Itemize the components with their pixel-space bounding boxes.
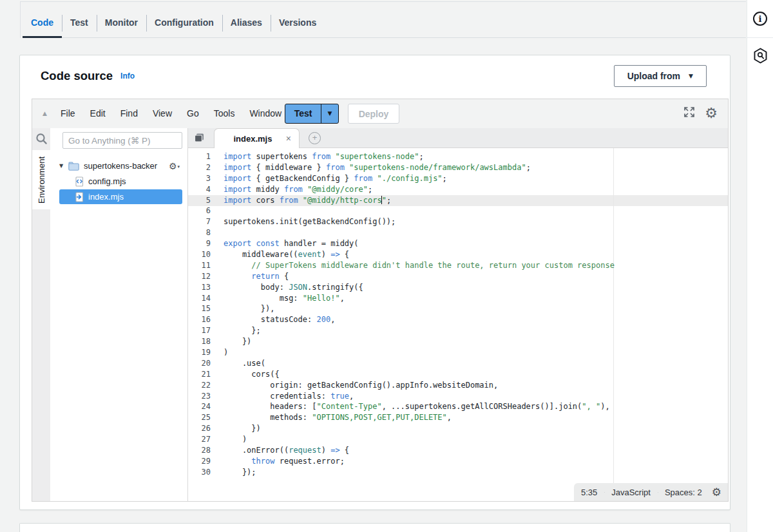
test-button-label[interactable]: Test	[285, 104, 321, 123]
code-line[interactable]: origin: getBackendConfig().appInfo.websi…	[224, 380, 728, 391]
tree-file-index.mjs[interactable]: index.mjs	[59, 189, 182, 204]
cursor-position[interactable]: 5:35	[574, 488, 604, 497]
folder-settings-gear-icon[interactable]: ⚙▾	[169, 162, 180, 171]
statusbar-gear-icon[interactable]: ⚙	[709, 487, 728, 498]
code-line[interactable]	[224, 205, 728, 216]
code-line[interactable]: .use(	[224, 358, 728, 369]
line-number[interactable]: 23	[188, 391, 217, 402]
line-number[interactable]: 14	[188, 293, 217, 304]
code-line[interactable]: .onError((request) => {	[224, 445, 728, 456]
code-line[interactable]	[224, 227, 728, 238]
line-number[interactable]: 11	[188, 260, 217, 271]
line-number[interactable]: 19	[188, 347, 217, 358]
environment-tab[interactable]: Environment	[32, 150, 50, 209]
tree-folder-supertokens-backer[interactable]: ▼supertokens-backer⚙▾	[59, 158, 182, 173]
fullscreen-icon[interactable]	[683, 106, 695, 120]
line-number[interactable]: 13	[188, 282, 217, 293]
menu-edit[interactable]: Edit	[90, 108, 106, 119]
code-line[interactable]: import { getBackendConfig } from "./conf…	[224, 173, 728, 184]
line-number[interactable]: 2	[188, 162, 217, 173]
line-number[interactable]: 28	[188, 445, 217, 456]
code-line[interactable]: return {	[224, 271, 728, 282]
help-panel-button[interactable]: i	[747, 0, 773, 38]
code-line[interactable]: // SuperTokens middleware didn't handle …	[224, 260, 728, 271]
upload-from-button[interactable]: Upload from ▼	[614, 65, 707, 87]
code-line[interactable]: headers: ["Content-Type", ...supertokens…	[224, 401, 728, 412]
code-line[interactable]: )	[224, 347, 728, 358]
line-number[interactable]: 7	[188, 216, 217, 227]
line-number[interactable]: 27	[188, 434, 217, 445]
line-number[interactable]: 16	[188, 314, 217, 325]
code-line[interactable]: supertokens.init(getBackendConfig());	[224, 216, 728, 227]
deploy-button[interactable]: Deploy	[348, 104, 399, 124]
code-line[interactable]: )	[224, 434, 728, 445]
test-dropdown-icon[interactable]: ▼	[321, 104, 338, 123]
menu-file[interactable]: File	[61, 108, 75, 119]
line-number[interactable]: 9	[188, 238, 217, 249]
tab-aliases[interactable]: Aliases	[222, 9, 271, 37]
tab-test[interactable]: Test	[62, 9, 97, 37]
test-button[interactable]: Test ▼	[285, 104, 339, 124]
editor-settings-gear-icon[interactable]: ⚙	[705, 106, 718, 120]
line-number[interactable]: 26	[188, 423, 217, 434]
code-line[interactable]: import { middleware } from "supertokens-…	[224, 162, 728, 173]
code-line[interactable]: import supertokens from "supertokens-nod…	[224, 151, 728, 162]
menu-go[interactable]: Go	[187, 108, 199, 119]
code-line[interactable]: throw request.error;	[224, 456, 728, 467]
line-number[interactable]: 24	[188, 401, 217, 412]
hexagon-panel-button[interactable]	[747, 38, 773, 75]
info-link[interactable]: Info	[120, 71, 135, 81]
language-mode[interactable]: JavaScript	[604, 488, 658, 497]
new-tab-button[interactable]: +	[309, 132, 321, 144]
tab-versions[interactable]: Versions	[271, 9, 325, 37]
line-number[interactable]: 6	[188, 205, 217, 216]
menu-window[interactable]: Window	[249, 108, 282, 119]
code-line[interactable]: cors({	[224, 369, 728, 380]
tree-file-config.mjs[interactable]: config.mjs	[59, 174, 182, 189]
code-line[interactable]: };	[224, 325, 728, 336]
code-line[interactable]: })	[224, 336, 728, 347]
line-number[interactable]: 12	[188, 271, 217, 282]
code-line[interactable]: });	[224, 467, 728, 478]
code-line[interactable]: export const handler = middy(	[224, 238, 728, 249]
code-line[interactable]: msg: "Hello!",	[224, 293, 728, 304]
search-icon[interactable]	[35, 132, 48, 148]
code-line[interactable]: statusCode: 200,	[224, 314, 728, 325]
tab-monitor[interactable]: Monitor	[97, 9, 146, 37]
line-number[interactable]: 21	[188, 369, 217, 380]
line-number[interactable]: 18	[188, 336, 217, 347]
line-number[interactable]: 3	[188, 173, 217, 184]
code-line[interactable]: import middy from "@middy/core";	[224, 184, 728, 195]
code-line[interactable]: body: JSON.stringify({	[224, 282, 728, 293]
tab-code[interactable]: Code	[23, 9, 62, 37]
code-line[interactable]: methods: "OPTIONS,POST,GET,PUT,DELETE",	[224, 412, 728, 423]
line-number[interactable]: 5	[188, 195, 217, 206]
folder-expander-icon[interactable]: ▼	[59, 163, 68, 169]
goto-anything-input[interactable]	[62, 132, 182, 149]
line-number[interactable]: 25	[188, 412, 217, 423]
close-tab-icon[interactable]: ×	[286, 133, 291, 144]
code-line[interactable]: import cors from "@middy/http-cors";	[224, 195, 728, 206]
line-number[interactable]: 17	[188, 325, 217, 336]
code-line[interactable]: middleware((event) => {	[224, 249, 728, 260]
code-line[interactable]: credentials: true,	[224, 391, 728, 402]
line-number[interactable]: 15	[188, 303, 217, 314]
editor-tab-index-mjs[interactable]: index.mjs ×	[214, 128, 300, 148]
menu-tools[interactable]: Tools	[214, 108, 235, 119]
tab-list-icon[interactable]	[194, 133, 205, 146]
line-number[interactable]: 22	[188, 380, 217, 391]
indentation-setting[interactable]: Spaces: 2	[658, 488, 709, 497]
collapse-panel-icon[interactable]: ▲	[43, 110, 47, 117]
tab-configuration[interactable]: Configuration	[146, 9, 222, 37]
line-number[interactable]: 30	[188, 467, 217, 478]
line-number[interactable]: 4	[188, 184, 217, 195]
line-number[interactable]: 1	[188, 151, 217, 162]
line-number[interactable]: 8	[188, 227, 217, 238]
code-area[interactable]: 1234567891011121314151617181920212223242…	[188, 148, 728, 501]
line-number[interactable]: 29	[188, 456, 217, 467]
code-line[interactable]: })	[224, 423, 728, 434]
line-number[interactable]: 20	[188, 358, 217, 369]
menu-find[interactable]: Find	[120, 108, 138, 119]
line-number[interactable]: 10	[188, 249, 217, 260]
menu-view[interactable]: View	[153, 108, 172, 119]
